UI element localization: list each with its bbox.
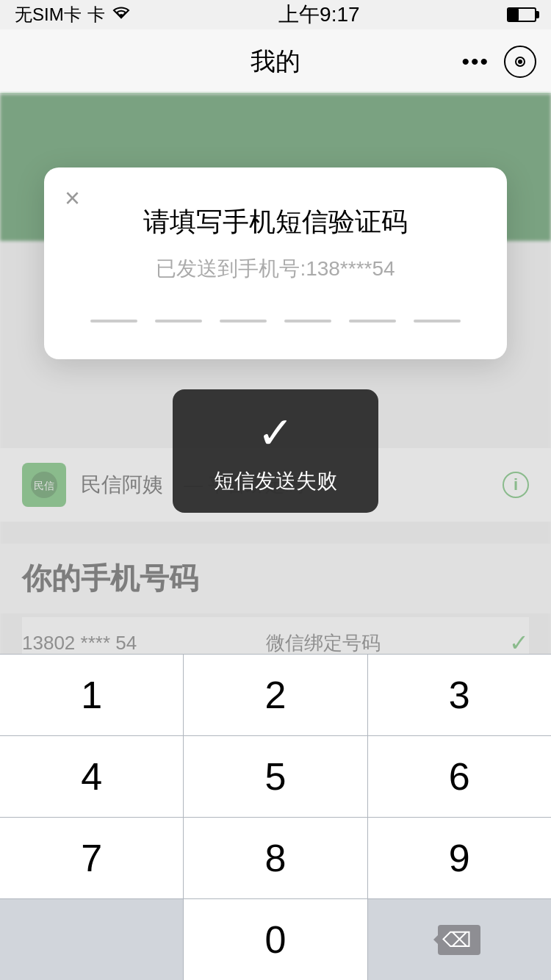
modal-title: 请填写手机短信验证码	[73, 204, 478, 240]
numpad-row-2: 4 5 6	[0, 735, 551, 817]
status-right	[507, 7, 536, 22]
code-dash-4[interactable]	[284, 320, 331, 323]
code-dash-3[interactable]	[220, 320, 267, 323]
battery-icon	[507, 7, 536, 22]
status-bar: 无SIM卡 卡 上午9:17	[0, 0, 551, 29]
nav-title: 我的	[251, 45, 300, 79]
numpad-key-6[interactable]: 6	[368, 736, 551, 817]
code-dash-1[interactable]	[90, 320, 137, 323]
toast-message: 短信发送失败	[214, 467, 337, 495]
numpad-key-5[interactable]: 5	[184, 736, 367, 817]
sms-verify-modal: × 请填写手机短信验证码 已发送到手机号:138****54	[44, 167, 507, 359]
nav-bar: 我的 •••	[0, 29, 551, 94]
status-left: 无SIM卡 卡	[15, 3, 132, 26]
modal-close-button[interactable]: ×	[65, 185, 80, 212]
scan-button[interactable]	[504, 46, 536, 78]
numpad-key-empty	[0, 899, 184, 980]
code-dash-5[interactable]	[349, 320, 396, 323]
numpad-row-4: 0 ⌫	[0, 898, 551, 980]
time-display: 上午9:17	[278, 1, 360, 29]
numpad-key-9[interactable]: 9	[368, 818, 551, 898]
code-input-row	[73, 312, 478, 323]
numpad-key-0[interactable]: 0	[184, 899, 367, 980]
numpad-key-7[interactable]: 7	[0, 818, 184, 898]
code-dash-2[interactable]	[155, 320, 202, 323]
sim-icon: 卡	[87, 3, 105, 26]
toast-notification: ✓ 短信发送失败	[173, 389, 378, 513]
wifi-icon	[111, 4, 132, 25]
modal-subtitle: 已发送到手机号:138****54	[73, 255, 478, 283]
numpad-key-2[interactable]: 2	[184, 655, 367, 735]
carrier-text: 无SIM卡	[15, 3, 82, 26]
numpad-row-1: 1 2 3	[0, 654, 551, 735]
numpad-delete-button[interactable]: ⌫	[368, 899, 551, 980]
numpad-key-1[interactable]: 1	[0, 655, 184, 735]
delete-icon: ⌫	[438, 925, 480, 955]
toast-checkmark-icon: ✓	[257, 411, 294, 455]
svg-point-1	[519, 60, 522, 63]
numpad-key-8[interactable]: 8	[184, 818, 367, 898]
numpad-key-4[interactable]: 4	[0, 736, 184, 817]
nav-dots-button[interactable]: •••	[461, 49, 489, 74]
code-dash-6[interactable]	[414, 320, 461, 323]
numpad-key-3[interactable]: 3	[368, 655, 551, 735]
nav-actions: •••	[461, 46, 536, 78]
numpad: 1 2 3 4 5 6 7 8 9 0 ⌫	[0, 654, 551, 980]
numpad-row-3: 7 8 9	[0, 817, 551, 898]
